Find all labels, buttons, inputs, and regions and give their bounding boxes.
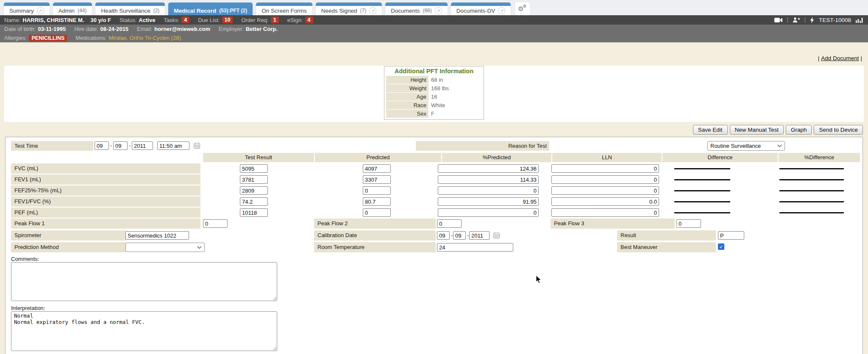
due-list-count-badge[interactable]: 10 bbox=[222, 17, 233, 23]
check-icon: ✓ bbox=[719, 244, 723, 249]
predicted-input[interactable] bbox=[363, 175, 391, 184]
comments-textarea[interactable] bbox=[11, 262, 277, 301]
video-camera-icon[interactable] bbox=[774, 17, 783, 23]
tab-needs-signed[interactable]: Needs Signed (7) ↗ bbox=[316, 3, 382, 15]
date-separator: - bbox=[451, 232, 453, 238]
predicted-input[interactable] bbox=[363, 186, 391, 195]
tasks-label: Tasks: bbox=[164, 17, 179, 23]
interpretation-textarea[interactable]: Normal Normal expiratory flows and a nor… bbox=[11, 311, 277, 351]
difference-line bbox=[674, 190, 730, 191]
dob-label: Date of birth: bbox=[4, 26, 36, 32]
tab-label: Admin bbox=[58, 8, 75, 14]
lln-input[interactable] bbox=[551, 175, 659, 184]
calibration-month-input[interactable] bbox=[437, 231, 450, 240]
predicted-input[interactable] bbox=[363, 164, 391, 173]
allergies-label: Allergies: bbox=[4, 35, 27, 41]
test-year-input[interactable] bbox=[132, 141, 153, 150]
pct-predicted-input[interactable] bbox=[438, 197, 539, 206]
best-maneuver-checkbox[interactable]: ✓ bbox=[718, 243, 724, 250]
pft-info-row: Height68 in bbox=[386, 76, 482, 84]
tab-count: (53):PFT (2) bbox=[219, 8, 247, 14]
tab-summary[interactable]: Summary ↗ bbox=[4, 3, 50, 15]
col-header-pct-predicted: %Predicted bbox=[442, 153, 551, 162]
employer-value: Better Corp. bbox=[246, 26, 278, 32]
order-req-count-badge[interactable]: 1 bbox=[271, 17, 279, 23]
new-manual-test-button[interactable]: New Manual Test bbox=[730, 125, 784, 135]
test-result-input[interactable] bbox=[240, 175, 268, 184]
test-result-input[interactable] bbox=[240, 197, 268, 206]
tasks-count-badge[interactable]: 4 bbox=[181, 17, 189, 23]
spirometer-label: Spirometer bbox=[11, 230, 126, 241]
best-maneuver-label: Best Maneuver bbox=[617, 242, 716, 252]
tab-count: (44) bbox=[78, 8, 86, 14]
age-value: 16 bbox=[429, 93, 482, 101]
tab-admin[interactable]: Admin (44) bbox=[53, 3, 92, 15]
pft-measure-row-fev1: FEV1 (mL) bbox=[6, 174, 862, 185]
reason-for-test-select[interactable]: Routine Surveillance bbox=[707, 141, 785, 151]
patient-header-bar: Name: HARRIS, CHRISTINE M. 30 y/o F Stat… bbox=[0, 15, 868, 25]
tab-medical-record[interactable]: Medical Record (53):PFT (2) bbox=[168, 3, 253, 15]
open-new-window-icon[interactable]: ↗ bbox=[37, 7, 44, 14]
pct-predicted-input[interactable] bbox=[438, 186, 539, 195]
pct-difference-line bbox=[779, 179, 844, 180]
pipe: | bbox=[860, 55, 862, 61]
calibration-day-input[interactable] bbox=[453, 231, 466, 240]
peak-flow-1-input[interactable] bbox=[203, 219, 228, 228]
gear-icon-small: ⚙ bbox=[523, 4, 527, 8]
peak-flow-3-input[interactable] bbox=[676, 219, 701, 228]
lightning-icon[interactable] bbox=[810, 17, 814, 23]
pct-predicted-input[interactable] bbox=[438, 175, 539, 184]
difference-line bbox=[674, 201, 730, 202]
predicted-input[interactable] bbox=[363, 197, 391, 206]
peak-flow-3-label: Peak Flow 3 bbox=[551, 218, 675, 229]
allergy-badge[interactable]: PENICILLINS bbox=[29, 35, 67, 41]
add-person-icon[interactable] bbox=[793, 17, 800, 23]
date-separator: - bbox=[467, 232, 469, 238]
peak-flow-2-label: Peak Flow 2 bbox=[314, 218, 436, 229]
station-id: TEST-10008 bbox=[819, 17, 851, 23]
save-edit-button[interactable]: Save Edit bbox=[693, 125, 728, 135]
peak-flow-2-input[interactable] bbox=[437, 219, 462, 228]
tab-documents-dv[interactable]: Documents-DV ↗ bbox=[451, 3, 511, 15]
calendar-icon[interactable] bbox=[193, 142, 200, 151]
test-result-input[interactable] bbox=[240, 208, 268, 217]
tab-count: (2) bbox=[153, 8, 160, 14]
predicted-input[interactable] bbox=[363, 208, 391, 217]
calibration-year-input[interactable] bbox=[469, 231, 490, 240]
tab-on-screen-forms[interactable]: On Screen Forms bbox=[256, 3, 312, 15]
open-new-window-icon[interactable]: ↗ bbox=[498, 7, 505, 14]
result-input[interactable] bbox=[718, 231, 744, 240]
send-to-device-button[interactable]: Send to Device bbox=[814, 125, 863, 135]
tab-health-surveillance[interactable]: Health Surveillance (2) bbox=[95, 3, 165, 15]
esign-count-badge[interactable]: 4 bbox=[305, 17, 313, 23]
patient-name: HARRIS, CHRISTINE M. bbox=[22, 17, 84, 23]
spirometer-input[interactable] bbox=[125, 231, 189, 240]
test-result-input[interactable] bbox=[240, 164, 268, 173]
graph-button[interactable]: Graph bbox=[786, 125, 812, 135]
lln-input[interactable] bbox=[551, 197, 659, 206]
bar-chart-icon[interactable] bbox=[856, 17, 863, 23]
pct-predicted-input[interactable] bbox=[438, 208, 539, 217]
test-day-input[interactable] bbox=[113, 141, 128, 150]
lln-input[interactable] bbox=[551, 208, 659, 217]
tab-settings-button[interactable]: ⚙ ⚙ bbox=[515, 2, 530, 15]
test-time-input[interactable] bbox=[157, 141, 189, 150]
calendar-icon[interactable] bbox=[493, 232, 500, 241]
test-month-input[interactable] bbox=[95, 141, 109, 150]
test-result-input[interactable] bbox=[240, 186, 268, 195]
prediction-method-select[interactable] bbox=[125, 243, 205, 252]
reason-for-test-value: Routine Surveillance bbox=[710, 143, 761, 149]
weight-value: 168 lbs bbox=[429, 84, 482, 92]
open-new-window-icon[interactable]: ↗ bbox=[369, 7, 376, 14]
room-temperature-input[interactable] bbox=[437, 243, 513, 252]
open-new-window-icon[interactable]: ↗ bbox=[435, 7, 442, 14]
add-document-link[interactable]: Add Document bbox=[821, 55, 859, 61]
app-screen: Summary ↗ Admin (44) Health Surveillance… bbox=[0, 0, 868, 354]
pct-predicted-input[interactable] bbox=[438, 164, 539, 173]
status-label: Status: bbox=[120, 17, 136, 23]
medications-list[interactable]: Miralax, Ortho Tri-Cyclen (28) bbox=[108, 35, 181, 41]
lln-input[interactable] bbox=[551, 164, 659, 173]
tab-count: (66) bbox=[423, 8, 431, 14]
lln-input[interactable] bbox=[551, 186, 659, 195]
tab-documents[interactable]: Documents (66) ↗ bbox=[385, 3, 448, 15]
